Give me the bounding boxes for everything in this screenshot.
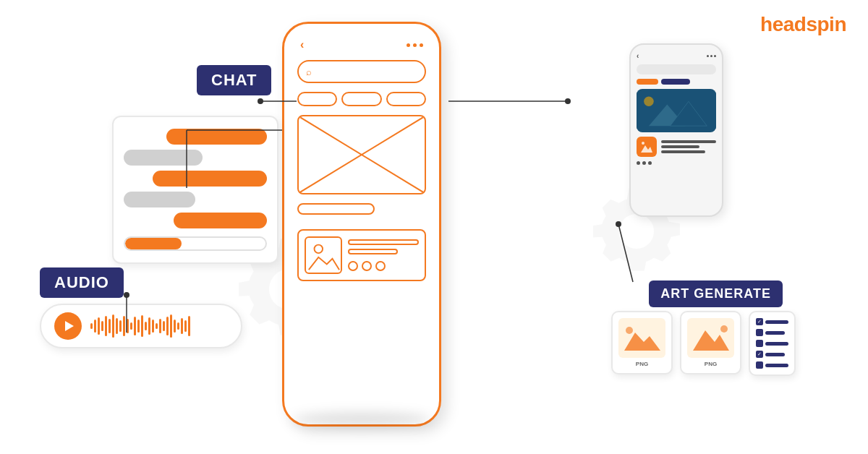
rp-pill-dark: [661, 79, 690, 85]
checklist-line-4: [765, 353, 785, 356]
phone-pills: [297, 92, 426, 106]
art-image-card-1: PNG: [611, 311, 673, 374]
rp-pill-orange: [637, 79, 658, 85]
phone-dot-2: [413, 43, 417, 47]
wave-bar-13: [134, 317, 136, 335]
audio-player: [40, 304, 242, 348]
right-phone: ‹: [629, 43, 723, 217]
rp-line-1: [661, 140, 716, 143]
art-image-preview-2: [687, 318, 734, 358]
checklist-line-1: [765, 320, 788, 324]
audio-label: AUDIO: [40, 267, 124, 298]
phone-card: [297, 229, 426, 281]
wave-bar-14: [137, 320, 140, 333]
phone-card-circle-2: [362, 261, 372, 271]
wave-bar-19: [156, 323, 158, 329]
wave-bar-12: [130, 322, 132, 330]
phone-image-placeholder: [297, 115, 426, 194]
rp-dots: [707, 55, 716, 57]
rp-line-3: [661, 150, 705, 153]
wave-bar-11: [127, 319, 129, 333]
wave-bar-10: [123, 316, 125, 336]
rp-lines: [661, 140, 716, 153]
svg-point-11: [626, 327, 633, 334]
phone-card-content: [348, 236, 419, 271]
svg-point-16: [258, 98, 263, 104]
wave-bar-16: [145, 322, 147, 330]
chat-input-fill: [125, 238, 182, 249]
rp-image: [637, 89, 716, 132]
rp-mini-circle-2: [642, 161, 646, 165]
wave-bar-22: [166, 317, 169, 335]
wave-bar-20: [159, 319, 161, 333]
checklist-item-2: [756, 329, 788, 336]
checklist-item-3: [756, 340, 788, 347]
checklist-item-1: [756, 318, 788, 325]
rp-mini-circle-3: [648, 161, 652, 165]
wave-bar-15: [141, 315, 143, 337]
rp-search[interactable]: [637, 64, 716, 74]
wave-bar-6: [109, 319, 111, 333]
wave-bar-27: [184, 320, 187, 332]
rp-header: ‹: [637, 52, 716, 60]
phone-text-line-1: [297, 203, 375, 215]
chat-input-bar: [124, 236, 267, 251]
phone-card-circle-3: [375, 261, 386, 271]
phone-back-arrow: ‹: [300, 38, 304, 51]
art-generate-box: PNG PNG: [611, 311, 796, 376]
rp-dot-3: [714, 55, 716, 57]
checklist-icon-2: [756, 329, 763, 336]
chat-label: CHAT: [197, 65, 271, 95]
phone-text-lines: [297, 203, 426, 220]
wave-bar-21: [163, 321, 165, 331]
rp-dot-1: [707, 55, 709, 57]
wave-bar-7: [112, 314, 114, 338]
svg-point-2: [315, 245, 323, 254]
art-image-preview-1: [618, 318, 665, 358]
checklist-line-2: [765, 331, 785, 335]
svg-marker-7: [641, 145, 652, 153]
rp-line-2: [661, 145, 699, 148]
phone-dots-container: [407, 43, 423, 47]
wave-bar-4: [101, 321, 103, 331]
chat-bubble-4: [124, 192, 195, 207]
rp-back-icon: ‹: [637, 52, 639, 60]
phone-card-circle-1: [348, 261, 358, 271]
rp-dot-2: [710, 55, 712, 57]
wave-bar-28: [188, 316, 190, 336]
phone-dot-1: [407, 43, 410, 47]
rp-mini-circles: [637, 161, 716, 165]
checklist-icon-3: [756, 340, 763, 347]
phone-card-image: [305, 236, 342, 274]
phone-card-circles: [348, 261, 419, 271]
phone-search-bar[interactable]: ⌕: [297, 60, 426, 83]
rp-mini-circle-1: [637, 161, 640, 165]
logo: headspin: [760, 13, 846, 36]
wave-bar-18: [152, 320, 154, 333]
art-image-card-2: PNG: [680, 311, 741, 374]
wave-bar-9: [119, 320, 122, 332]
phone-shadow: [293, 412, 430, 427]
chat-bubble-1: [166, 129, 267, 145]
svg-point-6: [644, 97, 654, 107]
center-phone: ‹ ⌕: [282, 22, 441, 427]
svg-point-20: [124, 292, 129, 298]
play-button[interactable]: [54, 312, 82, 340]
waveform: [90, 314, 228, 338]
wave-bar-1: [90, 323, 93, 329]
rp-mountain-svg: [637, 89, 716, 132]
checklist-item-5: [756, 361, 788, 369]
wave-bar-8: [116, 318, 118, 334]
wave-bar-3: [98, 317, 100, 335]
svg-point-22: [565, 98, 571, 104]
art-checklist: [749, 311, 796, 376]
svg-point-8: [642, 142, 644, 145]
phone-pill-3: [386, 92, 426, 106]
phone-card-line-2: [348, 249, 398, 254]
rp-pills: [637, 79, 716, 85]
chat-bubble-3: [153, 171, 267, 187]
phone-pill-2: [341, 92, 381, 106]
wave-bar-5: [105, 316, 107, 336]
art-generate-label: ART GENERATE: [649, 280, 783, 307]
wave-bar-25: [177, 322, 179, 330]
